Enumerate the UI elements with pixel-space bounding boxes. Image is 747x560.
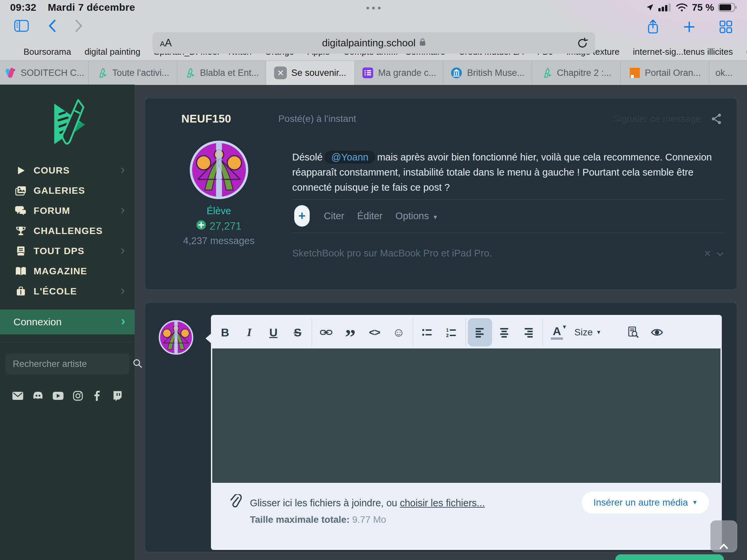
quote-icon[interactable]: ” xyxy=(338,323,362,351)
svg-text:1: 1 xyxy=(446,327,449,333)
new-tab-icon[interactable] xyxy=(682,20,696,33)
post-actions: + Citer Éditer Options▼ xyxy=(294,205,438,227)
drag-drop-text: Glisser ici les fichiers à joindre, ou c… xyxy=(250,498,485,509)
underline-button[interactable]: U xyxy=(261,318,285,346)
browser-tab[interactable]: Ma grande c... xyxy=(355,61,443,85)
scroll-to-top-button[interactable] xyxy=(711,521,737,552)
browser-tab[interactable]: SODITECH C... xyxy=(0,61,89,85)
browser-toolbar: AA digitalpainting.school xyxy=(0,15,747,43)
artist-search xyxy=(5,353,129,374)
instagram-icon[interactable] xyxy=(73,389,83,403)
font-color-button[interactable]: A▼ xyxy=(545,318,569,346)
toolbar-divider xyxy=(542,318,543,346)
connexion-label: Connexion xyxy=(14,316,61,328)
browser-tab[interactable]: Chapitre 2 :... xyxy=(532,61,621,85)
author-panel: Élève 27,271 4,237 messages xyxy=(146,140,292,246)
address-bar[interactable]: AA digitalpainting.school xyxy=(153,32,595,54)
editor-notch xyxy=(206,333,212,344)
preview-icon[interactable] xyxy=(621,318,645,346)
briefcase-icon xyxy=(15,286,27,297)
avatar[interactable] xyxy=(189,140,249,199)
mention-link[interactable]: @Yoann xyxy=(325,151,375,163)
divider xyxy=(292,199,725,200)
avatar[interactable] xyxy=(158,320,194,355)
tab-label: Portail Oran... xyxy=(645,68,701,78)
align-center-icon[interactable] xyxy=(492,318,516,346)
back-icon[interactable] xyxy=(48,19,56,33)
sidebar-item[interactable]: CHALLENGES xyxy=(0,221,135,241)
tab-close-icon[interactable]: ✕ xyxy=(274,66,287,79)
browser-tab[interactable]: Portail Oran... xyxy=(621,61,710,85)
multitask-dots-icon xyxy=(366,7,381,9)
edit-button[interactable]: Éditer xyxy=(357,211,383,221)
align-right-icon[interactable] xyxy=(516,318,540,346)
sidebar-item[interactable]: MAGAZINE xyxy=(0,261,135,281)
message-count: 4,237 messages xyxy=(183,235,255,246)
status-bar: 09:32 Mardi 7 décembre 75 % xyxy=(0,0,747,15)
browser-tab[interactable]: ok... xyxy=(710,61,747,85)
sidebar-item-label: CHALLENGES xyxy=(33,225,103,236)
choose-files-link[interactable]: choisir les fichiers... xyxy=(400,498,485,508)
chevron-right-icon: › xyxy=(121,284,125,297)
bold-button[interactable]: B xyxy=(213,318,237,346)
bookmark-item[interactable]: Boursorama xyxy=(24,47,71,57)
browser-tab[interactable]: Blabla et Ent... xyxy=(177,61,266,85)
forum-main: NEUF150 Posté(e) à l’instant Signaler ce… xyxy=(135,85,747,560)
reply-editor: B I U S ” <> ☺ 12 xyxy=(146,303,737,552)
chevron-down-icon: ▼ xyxy=(596,329,601,336)
tab-overview-icon[interactable] xyxy=(719,20,733,34)
dps-logo[interactable] xyxy=(0,85,135,151)
align-left-icon[interactable] xyxy=(468,318,492,346)
signature-text: SketchBook pro sur MacBook Pro et iPad P… xyxy=(292,248,492,259)
forward-icon[interactable] xyxy=(75,19,83,33)
post-timestamp: Posté(e) à l’instant xyxy=(278,113,356,124)
reload-icon[interactable] xyxy=(576,37,589,50)
eye-icon[interactable] xyxy=(645,318,669,346)
mail-icon[interactable] xyxy=(12,389,24,403)
sidebar-item-label: L'ÉCOLE xyxy=(33,286,77,297)
forum-icon xyxy=(15,206,27,216)
size-select[interactable]: Size▼ xyxy=(569,318,607,346)
report-link[interactable]: Signaler ce message xyxy=(613,113,701,124)
browser-tab[interactable]: Toute l’activi... xyxy=(89,61,177,85)
search-input[interactable] xyxy=(12,358,132,370)
insert-media-button[interactable]: Insérer un autre média ▼ xyxy=(582,491,709,514)
connexion-button[interactable]: Connexion › xyxy=(0,310,135,335)
discord-icon[interactable] xyxy=(32,389,44,403)
browser-tab[interactable]: British Muse... xyxy=(443,61,532,85)
hide-signature-icon[interactable]: ✕ xyxy=(704,248,711,259)
youtube-icon[interactable] xyxy=(52,389,64,403)
bullet-list-icon[interactable] xyxy=(415,318,439,346)
sidebar-toggle-icon[interactable] xyxy=(14,19,30,32)
italic-button[interactable]: I xyxy=(237,318,261,346)
reputation-plus-icon xyxy=(196,220,206,233)
location-arrow-icon xyxy=(646,3,654,12)
share-icon[interactable] xyxy=(646,19,660,35)
reply-textarea[interactable] xyxy=(212,348,720,483)
options-button[interactable]: Options▼ xyxy=(395,211,438,221)
twitch-icon[interactable] xyxy=(112,389,123,403)
link-icon[interactable] xyxy=(314,318,338,346)
emoji-icon[interactable]: ☺ xyxy=(387,318,411,346)
sidebar-item[interactable]: COURS › xyxy=(0,160,135,181)
numbered-list-icon[interactable]: 12 xyxy=(439,318,464,346)
post-header: NEUF150 Posté(e) à l’instant Signaler ce… xyxy=(181,111,722,127)
sidebar-item[interactable]: GALERIES xyxy=(0,181,135,201)
browser-tab[interactable]: ✕ Se souvenir... xyxy=(266,61,355,85)
quote-button[interactable]: Citer xyxy=(324,211,344,221)
strikethrough-button[interactable]: S xyxy=(285,318,310,346)
reply-submit-button[interactable] xyxy=(615,554,724,560)
collapse-signature-icon[interactable] xyxy=(716,248,724,259)
sidebar-item-label: MAGAZINE xyxy=(33,266,87,277)
bookmark-item[interactable]: digital painting xyxy=(85,47,140,57)
post-author[interactable]: NEUF150 xyxy=(181,112,231,125)
bookmark-item[interactable]: internet-sig...tenus illicites xyxy=(633,47,733,57)
sidebar-item[interactable]: L'ÉCOLE › xyxy=(0,281,135,301)
react-plus-button[interactable]: + xyxy=(294,205,310,226)
code-icon[interactable]: <> xyxy=(362,318,387,346)
sidebar-item[interactable]: TOUT DPS › xyxy=(0,241,135,261)
sidebar-item[interactable]: FORUM › xyxy=(0,201,135,221)
facebook-icon[interactable] xyxy=(92,389,103,403)
share-post-icon[interactable] xyxy=(711,113,722,125)
dps-pen-icon xyxy=(541,67,552,79)
